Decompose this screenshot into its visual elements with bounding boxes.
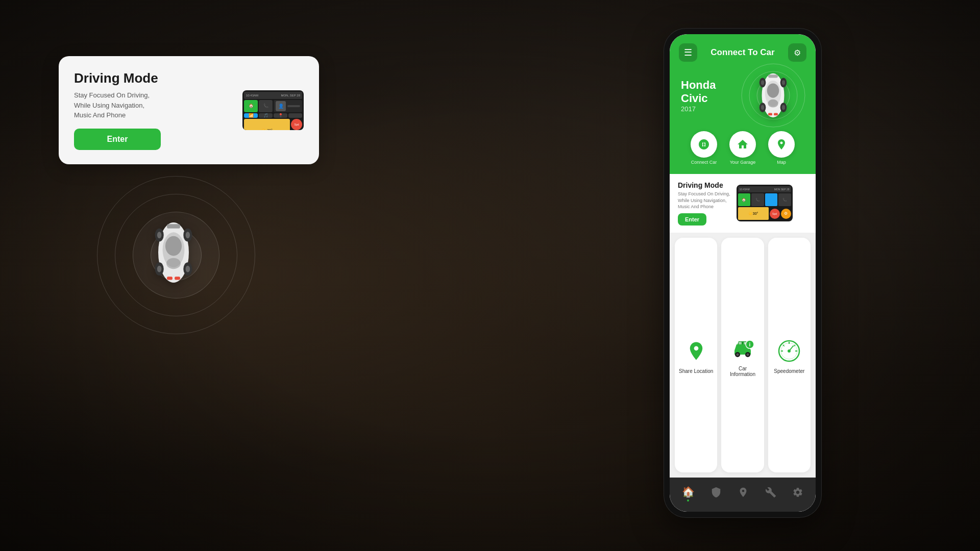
- phone-driving-mode-preview: 10:43AMMON SEP 28 🏠 📞 📞 ☀️30° Spd ⚙: [737, 185, 793, 221]
- car-info-label: Car Information: [725, 366, 760, 377]
- share-location-icon: [683, 338, 709, 364]
- tools-nav-icon: [765, 487, 776, 500]
- driving-mode-card: Driving Mode Stay Focused On Driving,Whi…: [59, 56, 319, 164]
- connect-car-label: Connect Car: [691, 160, 717, 165]
- feature-card-car-info[interactable]: i Car Information: [721, 238, 764, 472]
- svg-point-13: [157, 266, 162, 272]
- svg-point-35: [736, 353, 739, 356]
- feature-card-speedometer[interactable]: Speedometer: [768, 238, 811, 472]
- svg-point-29: [782, 105, 785, 110]
- smartphone-frame: ☰ Connect To Car ⚙ Honda Civic 2017: [664, 28, 822, 518]
- app-title: Connect To Car: [710, 47, 774, 58]
- connect-car-icon-btn: [691, 131, 717, 158]
- svg-text:i: i: [749, 342, 751, 347]
- svg-rect-4: [167, 224, 180, 229]
- menu-icon: ☰: [684, 47, 692, 58]
- nav-location[interactable]: [733, 485, 753, 503]
- car-name-section: Honda Civic 2017: [681, 79, 742, 113]
- home-nav-icon: 🏠: [682, 486, 695, 498]
- nav-settings[interactable]: [788, 485, 807, 503]
- quick-action-garage[interactable]: Your Garage: [729, 131, 756, 165]
- app-topbar: ☰ Connect To Car ⚙: [679, 43, 806, 62]
- phone-driving-mode-desc: Stay Focused On Driving,While Using Navi…: [678, 191, 730, 210]
- map-label: Map: [777, 160, 786, 165]
- quick-action-connect[interactable]: Connect Car: [691, 131, 717, 165]
- settings-button[interactable]: ⚙: [788, 43, 806, 62]
- shield-nav-icon: [710, 487, 722, 500]
- svg-line-44: [794, 345, 796, 346]
- car-info-icon: i: [729, 335, 756, 362]
- svg-point-27: [782, 80, 785, 85]
- car-image-phone: [742, 70, 804, 121]
- car-year: 2017: [681, 105, 742, 113]
- feature-card-share-location[interactable]: Share Location: [675, 238, 717, 472]
- svg-rect-21: [774, 113, 778, 116]
- driving-mode-phone-preview: 10:43AM MON, SEP 28 🏠 📞 👤 📶 🎵 📍: [242, 90, 304, 130]
- svg-line-45: [783, 345, 785, 346]
- svg-point-17: [767, 83, 779, 97]
- svg-point-47: [788, 349, 791, 353]
- settings-icon: ⚙: [794, 48, 801, 58]
- nav-active-indicator: [687, 499, 689, 502]
- quick-actions: Connect Car Your Garage: [679, 126, 806, 174]
- svg-point-12: [186, 232, 190, 238]
- garage-icon-btn: [729, 131, 756, 158]
- svg-rect-20: [768, 113, 772, 116]
- menu-button[interactable]: ☰: [679, 43, 697, 62]
- car-name: Honda Civic: [681, 79, 742, 105]
- quick-action-map[interactable]: Map: [768, 131, 795, 165]
- svg-rect-5: [167, 277, 173, 280]
- driving-mode-desc: Stay Focused On Driving,While Using Navi…: [74, 90, 232, 120]
- svg-point-18: [768, 99, 778, 108]
- svg-point-28: [761, 105, 764, 110]
- svg-point-2: [165, 236, 182, 256]
- nav-tools[interactable]: [761, 485, 780, 503]
- car-info-row: Honda Civic 2017: [679, 70, 806, 121]
- nav-home[interactable]: 🏠: [678, 484, 699, 504]
- garage-label: Your Garage: [730, 160, 756, 165]
- svg-point-30: [703, 143, 705, 145]
- share-location-label: Share Location: [679, 368, 713, 374]
- app-header: ☰ Connect To Car ⚙ Honda Civic 2017: [670, 34, 816, 174]
- svg-point-11: [157, 232, 162, 238]
- feature-cards-grid: Share Location: [670, 233, 816, 478]
- phone-driving-mode-title: Driving Mode: [678, 181, 730, 189]
- svg-point-26: [761, 80, 764, 85]
- driving-mode-enter-button[interactable]: Enter: [74, 129, 161, 150]
- phone-driving-mode-text: Driving Mode Stay Focused On Driving,Whi…: [678, 181, 730, 226]
- smartphone-screen: ☰ Connect To Car ⚙ Honda Civic 2017: [670, 34, 816, 512]
- speedometer-label: Speedometer: [774, 368, 804, 374]
- settings-nav-icon: [792, 487, 803, 500]
- speedometer-icon: [776, 338, 802, 364]
- car-radar-display: [94, 173, 258, 337]
- svg-rect-19: [768, 74, 778, 78]
- svg-rect-6: [175, 277, 180, 280]
- svg-point-36: [746, 353, 749, 356]
- svg-point-14: [186, 266, 190, 272]
- bottom-navigation: 🏠: [670, 478, 816, 512]
- driving-mode-title: Driving Mode: [74, 70, 232, 86]
- map-icon-btn: [768, 131, 795, 158]
- svg-rect-31: [739, 342, 742, 344]
- svg-point-3: [166, 258, 181, 269]
- phone-driving-mode-enter[interactable]: Enter: [678, 213, 706, 226]
- car-top-view-large: [151, 214, 202, 296]
- phone-driving-mode-section: Driving Mode Stay Focused On Driving,Whi…: [670, 174, 816, 233]
- nav-shield[interactable]: [706, 485, 726, 503]
- location-nav-icon: [738, 487, 749, 500]
